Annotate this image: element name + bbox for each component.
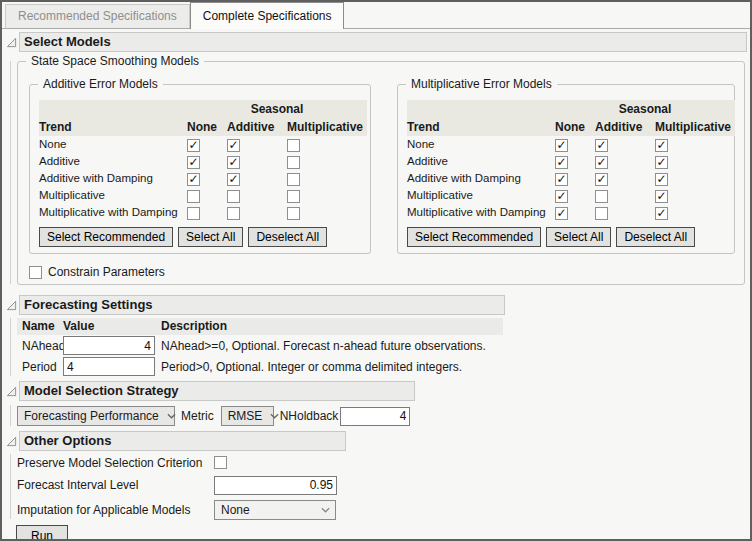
disclosure-triangle-icon[interactable] [6, 386, 17, 397]
seasonal-header: Seasonal [555, 100, 735, 118]
period-input[interactable] [63, 357, 155, 376]
metric-select[interactable]: RMSE [221, 406, 274, 426]
select-models-header[interactable]: Select Models [2, 32, 750, 52]
none-multiplicative-checkbox[interactable]: ✓ [655, 139, 668, 152]
trend-row-label: Multiplicative with Damping [407, 204, 555, 221]
forecasting-settings-header[interactable]: Forecasting Settings [2, 295, 750, 315]
imputation-select[interactable]: None [214, 500, 336, 520]
multiplicative-none-checkbox[interactable]: ✓ [555, 190, 568, 203]
model-cell: ✓ [555, 136, 595, 153]
forecast-interval-level-input[interactable] [214, 476, 337, 495]
model-cell [287, 187, 367, 204]
additive-with-damping-multiplicative-checkbox[interactable]: ✓ [655, 173, 668, 186]
none-multiplicative-checkbox[interactable] [287, 139, 300, 152]
nholdback-input[interactable] [340, 407, 410, 426]
setting-name: NAhead [17, 339, 63, 353]
multiplicative-with-damping-none-checkbox[interactable]: ✓ [555, 207, 568, 220]
multiplicative-error-models-legend: Multiplicative Error Models [406, 77, 557, 91]
model-cell [187, 187, 227, 204]
none-additive-checkbox[interactable]: ✓ [227, 139, 240, 152]
forecast-specifications-window: Recommended Specifications Complete Spec… [0, 0, 752, 541]
additive-multiplicative-checkbox[interactable]: ✓ [655, 156, 668, 169]
additive-multiplicative-checkbox[interactable] [287, 156, 300, 169]
deselect-all-button[interactable]: Deselect All [616, 227, 695, 247]
multiplicative-with-damping-multiplicative-checkbox[interactable] [287, 207, 300, 220]
multiplicative-additive-checkbox[interactable] [227, 190, 240, 203]
trend-row-label: None [407, 136, 555, 153]
multiplicative-with-damping-additive-checkbox[interactable] [227, 207, 240, 220]
additive-with-damping-none-checkbox[interactable]: ✓ [555, 173, 568, 186]
model-cell [595, 204, 655, 221]
multiplicative-multiplicative-checkbox[interactable] [287, 190, 300, 203]
strategy-select[interactable]: Forecasting Performance [17, 406, 175, 426]
disclosure-triangle-icon[interactable] [6, 436, 17, 447]
model-cell [287, 153, 367, 170]
model-cell: ✓ [655, 153, 735, 170]
select-recommended-button[interactable]: Select Recommended [39, 227, 173, 247]
model-cell: ✓ [655, 187, 735, 204]
trend-row-label: Multiplicative [407, 187, 555, 204]
strategy-value: Forecasting Performance [24, 409, 159, 423]
additive-with-damping-additive-checkbox[interactable]: ✓ [595, 173, 608, 186]
none-additive-checkbox[interactable]: ✓ [595, 139, 608, 152]
model-cell: ✓ [555, 170, 595, 187]
section-title-other-options: Other Options [19, 431, 346, 451]
chevron-down-icon [167, 413, 176, 419]
deselect-all-button[interactable]: Deselect All [248, 227, 327, 247]
model-cell [227, 187, 287, 204]
additive-with-damping-none-checkbox[interactable]: ✓ [187, 173, 200, 186]
model-selection-strategy-body: Forecasting Performance Metric RMSE NHol… [2, 405, 750, 427]
model-cell: ✓ [595, 153, 655, 170]
nholdback-label: NHoldback [280, 409, 339, 423]
none-none-checkbox[interactable]: ✓ [187, 139, 200, 152]
trend-header: Trend [39, 118, 187, 136]
multiplicative-multiplicative-checkbox[interactable]: ✓ [655, 190, 668, 203]
model-cell [595, 187, 655, 204]
multiplicative-with-damping-additive-checkbox[interactable] [595, 207, 608, 220]
additive-additive-checkbox[interactable]: ✓ [595, 156, 608, 169]
metric-label: Metric [181, 409, 214, 423]
state-space-smoothing-legend: State Space Smoothing Models [26, 54, 204, 68]
disclosure-triangle-icon[interactable] [6, 37, 17, 48]
none-none-checkbox[interactable]: ✓ [555, 139, 568, 152]
additive-with-damping-additive-checkbox[interactable]: ✓ [227, 173, 240, 186]
preserve-model-selection-checkbox[interactable] [214, 456, 227, 469]
additive-with-damping-multiplicative-checkbox[interactable] [287, 173, 300, 186]
run-button[interactable]: Run [16, 525, 68, 541]
section-title-select-models: Select Models [19, 32, 747, 52]
seasonal-col-header-none: None [187, 118, 227, 136]
multiplicative-error-models-group: Multiplicative Error Models SeasonalTren… [397, 84, 735, 254]
select-all-button[interactable]: Select All [178, 227, 243, 247]
setting-row-nahead: NAhead NAhead>=0, Optional. Forecast n-a… [17, 335, 503, 356]
model-cell [227, 204, 287, 221]
model-cell: ✓ [555, 153, 595, 170]
table-header-spacer [39, 100, 187, 118]
setting-description: NAhead>=0, Optional. Forecast n-ahead fu… [161, 339, 503, 353]
trend-header: Trend [407, 118, 555, 136]
model-cell: ✓ [595, 170, 655, 187]
additive-additive-checkbox[interactable]: ✓ [227, 156, 240, 169]
other-options-header[interactable]: Other Options [2, 431, 750, 451]
tab-complete-specifications[interactable]: Complete Specifications [190, 2, 345, 29]
disclosure-triangle-icon[interactable] [6, 300, 17, 311]
model-selection-strategy-header[interactable]: Model Selection Strategy [2, 381, 750, 401]
trend-row-label: Multiplicative with Damping [39, 204, 187, 221]
model-cell: ✓ [227, 153, 287, 170]
constrain-parameters-checkbox[interactable] [29, 266, 42, 279]
multiplicative-additive-checkbox[interactable] [595, 190, 608, 203]
select-all-button[interactable]: Select All [546, 227, 611, 247]
tab-recommended-specifications[interactable]: Recommended Specifications [5, 4, 190, 28]
model-cell [187, 204, 227, 221]
multiplicative-with-damping-multiplicative-checkbox[interactable]: ✓ [655, 207, 668, 220]
setting-name: Period [17, 360, 63, 374]
multiplicative-none-checkbox[interactable] [187, 190, 200, 203]
other-options-body: Preserve Model Selection Criterion Forec… [2, 454, 750, 520]
multiplicative-with-damping-none-checkbox[interactable] [187, 207, 200, 220]
settings-column-headers: Name Value Description [17, 318, 503, 335]
additive-none-checkbox[interactable]: ✓ [187, 156, 200, 169]
trend-row-label: None [39, 136, 187, 153]
select-recommended-button[interactable]: Select Recommended [407, 227, 541, 247]
seasonal-col-header-additive: Additive [227, 118, 287, 136]
additive-none-checkbox[interactable]: ✓ [555, 156, 568, 169]
nahead-input[interactable] [63, 336, 155, 355]
